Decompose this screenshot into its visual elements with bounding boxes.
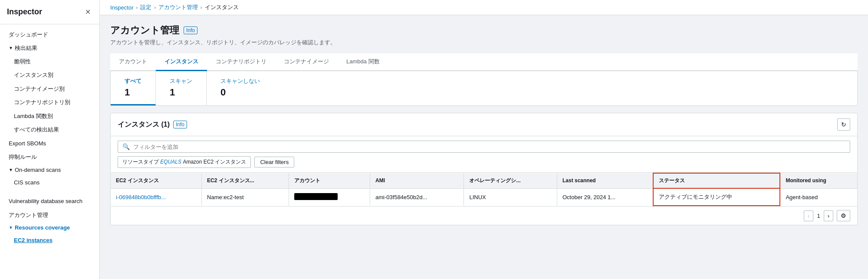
content-area: アカウント管理 Info アカウントを管理し、インスタンス、リポジトリ、イメージ…	[100, 15, 868, 279]
filter-bar: 🔍 リソースタイプ EQUALS Amazon EC2 インスタンス Clear…	[111, 136, 857, 173]
tab-lambda[interactable]: Lambda 関数	[338, 53, 388, 71]
page-title-row: アカウント管理 Info	[110, 24, 858, 37]
search-icon: 🔍	[122, 143, 130, 150]
cell-ec2-instance-name: Name:ec2-test	[202, 188, 289, 206]
pagination-settings-button[interactable]: ⚙	[837, 210, 850, 221]
cell-monitored-using: Agent-based	[780, 188, 857, 206]
sidebar-item-lambda-func[interactable]: Lambda 関数別	[0, 109, 99, 123]
filter-chip-value: Amazon EC2 インスタンス	[183, 159, 246, 165]
search-box[interactable]: 🔍	[118, 141, 850, 153]
breadcrumb-account-mgmt[interactable]: アカウント管理	[158, 3, 198, 11]
sidebar-item-suppress-rules[interactable]: 抑制ルール	[0, 150, 99, 164]
filter-chip-resource-type[interactable]: リソースタイプ EQUALS Amazon EC2 インスタンス	[118, 156, 251, 168]
table-section: インスタンス (1) Info ↻ 🔍 リソースタイプ EQUALS Amazo…	[110, 113, 858, 225]
info-badge[interactable]: Info	[184, 26, 197, 34]
account-redacted	[294, 193, 338, 200]
tab-instances[interactable]: インスタンス	[156, 53, 207, 71]
table-title: インスタンス (1)	[118, 120, 170, 129]
refresh-button[interactable]: ↻	[837, 118, 850, 131]
breadcrumb-separator: ›	[136, 5, 138, 10]
breadcrumb: Inspector › 設定 › アカウント管理 › インスタンス	[100, 0, 868, 15]
sidebar-toggle-findings[interactable]: ▼ 検出結果	[0, 42, 99, 55]
sidebar-item-vulnerability[interactable]: 脆弱性	[0, 55, 99, 69]
col-header-status: ステータス	[653, 173, 780, 188]
stat-no-scan-value: 0	[220, 87, 260, 98]
tab-container-image[interactable]: コンテナイメージ	[275, 53, 338, 71]
sidebar-item-vuln-db-search[interactable]: Vulnerability database search	[0, 194, 99, 208]
tab-container-repo[interactable]: コンテナリポジトリ	[207, 53, 275, 71]
breadcrumb-separator: ›	[201, 5, 202, 10]
sidebar: Inspector ✕ ダッシュボード ▼ 検出結果 脆弱性 インスタンス別 コ…	[0, 0, 100, 279]
col-header-ami: AMI	[370, 173, 464, 188]
breadcrumb-inspector[interactable]: Inspector	[110, 4, 133, 11]
cell-status: アクティブにモニタリング中	[653, 188, 780, 206]
ec2-instance-link[interactable]: i-069848b0b0bfffb...	[116, 194, 166, 200]
sidebar-item-account-mgmt[interactable]: アカウント管理	[0, 208, 99, 222]
sidebar-toggle-resources-coverage[interactable]: ▼ Resources coverage	[0, 222, 99, 233]
col-header-account: アカウント	[289, 173, 370, 188]
sidebar-header: Inspector ✕	[0, 0, 99, 24]
stats-bar: すべて 1 スキャン 1 スキャンしない 0	[110, 71, 858, 106]
sidebar-item-label: On-demand scans	[15, 167, 61, 173]
breadcrumb-current: インスタンス	[205, 3, 239, 11]
sidebar-item-export-sboms[interactable]: Export SBOMs	[0, 137, 99, 151]
close-button[interactable]: ✕	[83, 7, 92, 17]
chevron-down-icon: ▼	[9, 225, 13, 230]
chevron-down-icon: ▼	[9, 167, 13, 172]
stat-scan-value: 1	[170, 87, 192, 98]
stat-scan[interactable]: スキャン 1	[156, 71, 207, 105]
breadcrumb-separator: ›	[154, 5, 156, 10]
sidebar-item-all-findings[interactable]: すべての検出結果	[0, 123, 99, 137]
filter-chip-equals: EQUALS	[160, 159, 183, 165]
col-header-os: オペレーティングシ...	[464, 173, 557, 188]
pagination-bar: ‹ 1 › ⚙	[111, 206, 857, 225]
instances-table: EC2 インスタンス EC2 インスタンス... アカウント AMI オペレーテ…	[111, 173, 857, 206]
sidebar-item-by-container-image[interactable]: コンテナイメージ別	[0, 82, 99, 96]
cell-account	[289, 188, 370, 206]
page-title: アカウント管理	[110, 24, 179, 37]
table-header: インスタンス (1) Info ↻	[111, 113, 857, 136]
chevron-down-icon: ▼	[9, 46, 13, 50]
cell-ami: ami-03f584e50b2d...	[370, 188, 464, 206]
sidebar-item-ec2-instances[interactable]: EC2 instances	[0, 233, 99, 247]
stat-no-scan-label: スキャンしない	[220, 77, 260, 85]
sidebar-toggle-on-demand[interactable]: ▼ On-demand scans	[0, 164, 99, 176]
filter-chips: リソースタイプ EQUALS Amazon EC2 インスタンス Clear f…	[118, 156, 850, 168]
col-header-last-scanned: Last scanned	[557, 173, 653, 188]
search-input[interactable]	[133, 144, 845, 150]
page-number: 1	[817, 213, 820, 219]
stat-no-scan[interactable]: スキャンしない 0	[207, 71, 274, 105]
cell-os: LINUX	[464, 188, 557, 206]
table-title-row: インスタンス (1) Info	[118, 120, 187, 129]
next-page-button[interactable]: ›	[824, 210, 833, 221]
clear-filters-button[interactable]: Clear filters	[254, 157, 294, 167]
cell-ec2-instance: i-069848b0b0bfffb...	[111, 188, 202, 206]
table-header-row: EC2 インスタンス EC2 インスタンス... アカウント AMI オペレーテ…	[111, 173, 857, 188]
sidebar-item-label: Resources coverage	[15, 224, 70, 231]
cell-last-scanned: October 29, 2024 1...	[557, 188, 653, 206]
breadcrumb-settings[interactable]: 設定	[140, 3, 151, 11]
col-header-ec2-instance-name: EC2 インスタンス...	[202, 173, 289, 188]
sidebar-item-cis-scans[interactable]: CIS scans	[0, 176, 99, 190]
stat-all-value: 1	[125, 87, 141, 98]
sidebar-navigation: ダッシュボード ▼ 検出結果 脆弱性 インスタンス別 コンテナイメージ別 コンテ…	[0, 24, 99, 251]
page-subtitle: アカウントを管理し、インスタンス、リポジトリ、イメージのカバレッジを確認します。	[110, 39, 858, 46]
sidebar-item-label: 検出結果	[15, 44, 37, 52]
stat-scan-label: スキャン	[170, 77, 192, 85]
col-header-ec2-instance: EC2 インスタンス	[111, 173, 202, 188]
table-row: i-069848b0b0bfffb... Name:ec2-test ami-0…	[111, 188, 857, 206]
sidebar-item-by-instance[interactable]: インスタンス別	[0, 68, 99, 82]
sidebar-title: Inspector	[7, 7, 42, 16]
table-info-badge[interactable]: Info	[173, 121, 187, 128]
main-content: Inspector › 設定 › アカウント管理 › インスタンス アカウント管…	[100, 0, 868, 279]
sidebar-item-by-container-repo[interactable]: コンテナリポジトリ別	[0, 95, 99, 109]
col-header-monitored-using: Monitored using	[780, 173, 857, 188]
filter-chip-prefix: リソースタイプ	[122, 159, 159, 165]
stat-all[interactable]: すべて 1	[111, 71, 156, 105]
tabs-bar: アカウント インスタンス コンテナリポジトリ コンテナイメージ Lambda 関…	[110, 53, 858, 71]
prev-page-button[interactable]: ‹	[804, 210, 813, 221]
stat-all-label: すべて	[125, 77, 141, 85]
sidebar-item-dashboard[interactable]: ダッシュボード	[0, 28, 99, 42]
tab-account[interactable]: アカウント	[110, 53, 156, 71]
